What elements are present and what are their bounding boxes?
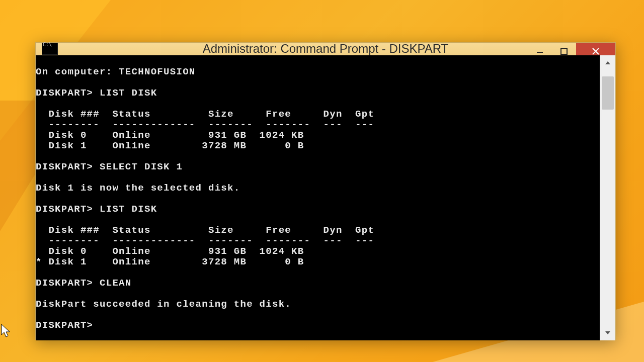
svg-rect-1: [561, 48, 567, 54]
mouse-cursor: [1, 324, 11, 338]
command-prompt-window: Administrator: Command Prompt - DISKPART…: [35, 42, 616, 340]
client-area: On computer: TECHNOFUSION DISKPART> LIST…: [36, 55, 615, 340]
scroll-thumb[interactable]: [602, 76, 614, 110]
titlebar[interactable]: Administrator: Command Prompt - DISKPART: [36, 43, 615, 55]
terminal-output[interactable]: On computer: TECHNOFUSION DISKPART> LIST…: [36, 65, 600, 331]
scrollbar[interactable]: [600, 55, 615, 340]
cmd-icon: [42, 43, 58, 55]
desktop: Administrator: Command Prompt - DISKPART…: [0, 0, 644, 362]
scroll-up-button[interactable]: [600, 55, 615, 70]
scroll-down-button[interactable]: [600, 325, 615, 340]
scroll-track[interactable]: [600, 70, 615, 325]
